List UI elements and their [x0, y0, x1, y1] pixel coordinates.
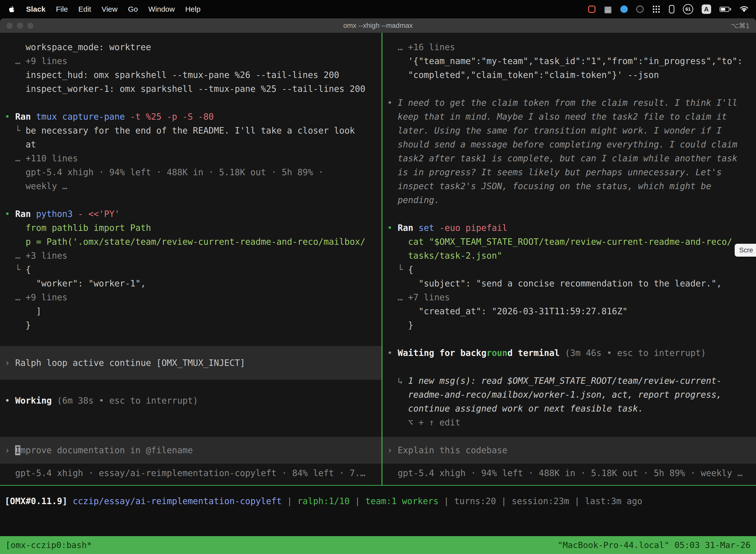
- menu-item-go[interactable]: Go: [123, 5, 143, 13]
- text-segment: at: [5, 140, 36, 150]
- text-segment: •: [387, 98, 397, 108]
- terminal-line: └ be necessary for the end of the README…: [0, 124, 381, 137]
- launchpad-dots-icon[interactable]: [652, 5, 660, 13]
- text-segment: should send a message before completing …: [387, 140, 737, 150]
- text-segment: ›: [5, 445, 15, 455]
- text-segment: I need to get the claim token from the c…: [397, 98, 737, 108]
- text-segment: 1 new msg(s): read $OMX_TEAM_STATE_ROOT/…: [408, 376, 721, 386]
- menu-item-window[interactable]: Window: [143, 5, 180, 13]
- status-segment: |: [496, 496, 512, 506]
- terminal-line: keep that in mind. Maybe I also need the…: [382, 110, 756, 124]
- terminal-line: readme-and-reco/mailbox/worker-1.json, a…: [382, 388, 756, 402]
- text-segment: •: [5, 396, 15, 405]
- title-bar[interactable]: omx --xhigh --madmax ⌥⌘1: [0, 18, 756, 33]
- menu-item-edit[interactable]: Edit: [73, 5, 97, 13]
- ralph-loop-banner[interactable]: › Ralph loop active continue [OMX_TMUX_I…: [0, 346, 381, 380]
- terminal-line: … +9 lines: [0, 54, 381, 68]
- status-segment: last:3m ago: [585, 496, 642, 506]
- text-segment: '{"team_name":"my-team","task_id":"1","f…: [387, 56, 743, 66]
- terminal-line: from pathlib import Path: [0, 221, 381, 235]
- terminal-line: … +7 lines: [382, 290, 756, 304]
- text-segment: … +9 lines: [5, 56, 67, 66]
- blank-line: [0, 193, 381, 207]
- pane-bottom-group: › Improve documentation in @filename gpt…: [0, 437, 381, 485]
- text-segment: inspect_hud: omx sparkshell --tmux-pane …: [5, 70, 339, 80]
- text-segment: •: [5, 112, 15, 122]
- text-segment: be necessary for the end of the README. …: [25, 126, 355, 135]
- screenshot-overlay-button[interactable]: Scre: [735, 244, 756, 257]
- zoom-button[interactable]: [27, 22, 34, 29]
- text-segment: set: [419, 223, 434, 233]
- terminal-line: }: [0, 318, 381, 332]
- prompt-input-left[interactable]: › Improve documentation in @filename: [0, 437, 381, 464]
- text-segment: Ran: [397, 223, 419, 233]
- tmux-status-bar: [omx-cczip0:bash* "MacBook-Pro-44.local"…: [0, 536, 756, 554]
- battery-icon[interactable]: [719, 7, 731, 12]
- text-segment: "created_at": "2026-03-31T11:59:27.816Z": [387, 306, 628, 316]
- terminal-line: "subject": "send a concise recommendatio…: [382, 277, 756, 290]
- text-segment: }: [5, 320, 31, 330]
- new-message-notice: ↳ 1 new msg(s): read $OMX_TEAM_STATE_ROO…: [382, 374, 756, 388]
- terminal-line: }: [382, 318, 756, 332]
- text-segment: - <<'PY': [73, 209, 120, 219]
- status-segment: |: [569, 496, 585, 506]
- terminal-line: … +16 lines: [382, 40, 756, 54]
- ran-set-command: • Ran set -euo pipefail: [382, 221, 756, 235]
- text-segment: ⌥ + ↑ edit: [387, 418, 460, 428]
- status-segment: |: [282, 496, 297, 506]
- percent-badge-icon[interactable]: 61: [683, 4, 693, 14]
- menu-item-file[interactable]: File: [51, 5, 73, 13]
- wifi-icon[interactable]: [740, 6, 749, 13]
- status-segment: team:1 workers: [365, 496, 439, 506]
- terminal-line: tasks/task-2.json": [382, 249, 756, 263]
- text-segment: … +7 lines: [387, 292, 450, 302]
- ran-python-command: • Ran python3 - <<'PY': [0, 207, 381, 221]
- prompt-text: › Explain this codebase: [382, 443, 756, 457]
- text-segment: Ralph loop active continue [OMX_TMUX_INJ…: [15, 358, 245, 368]
- prompt-input-right[interactable]: › Explain this codebase: [382, 437, 756, 464]
- terminal-line: gpt-5.4 xhigh · 94% left · 488K in · 5.1…: [0, 165, 381, 179]
- close-button[interactable]: [6, 22, 13, 29]
- text-segment: ]: [5, 306, 42, 316]
- blue-app-icon[interactable]: [620, 5, 628, 13]
- tmux-pane-right[interactable]: … +16 lines '{"team_name":"my-team","tas…: [382, 33, 756, 485]
- text-segment: (3m 46s • esc to interrupt): [560, 348, 706, 358]
- prompt-text: › Ralph loop active continue [OMX_TMUX_I…: [0, 356, 381, 370]
- terminal-line: task2 after task1 is complete, but can I…: [382, 151, 756, 165]
- ghost-app-icon[interactable]: [669, 5, 674, 13]
- thinking-text: • I need to get the claim token from the…: [382, 96, 756, 110]
- tmux-pane-bottom[interactable]: [OMX#0.11.9] cczip/essay/ai-reimplementa…: [0, 486, 756, 536]
- text-segment: later. Using the same for transition mig…: [387, 126, 722, 135]
- text-segment: inspect task2's JSON, focusing on the st…: [387, 181, 711, 191]
- terminal-line: p = Path('.omx/state/team/review-current…: [0, 235, 381, 249]
- menu-item-help[interactable]: Help: [180, 5, 206, 13]
- dark-app-icon[interactable]: [636, 5, 644, 13]
- tmux-pane-left[interactable]: workspace_mode: worktree … +9 lines insp…: [0, 33, 381, 485]
- blank-line: [382, 82, 756, 96]
- text-segment: {: [25, 265, 31, 275]
- menu-item-view[interactable]: View: [96, 5, 123, 13]
- text-segment: is in progress? It seems likely but perh…: [387, 167, 722, 177]
- text-segment: •: [387, 223, 397, 233]
- tmux-panes: workspace_mode: worktree … +9 lines insp…: [0, 33, 756, 485]
- apple-menu-icon[interactable]: [9, 6, 14, 13]
- input-source-icon[interactable]: A: [702, 4, 711, 14]
- tmux-session-label: [omx-cczip0:bash*: [5, 540, 92, 550]
- terminal-window: omx --xhigh --madmax ⌥⌘1 workspace_mode:…: [0, 18, 756, 554]
- text-segment: … +3 lines: [5, 251, 67, 261]
- grid-app-icon[interactable]: ▦: [604, 5, 612, 13]
- terminal-line: "created_at": "2026-03-31T11:59:27.816Z": [382, 304, 756, 318]
- screen-recording-icon[interactable]: [588, 5, 595, 13]
- menu-item-slack[interactable]: Slack: [21, 5, 51, 13]
- text-segment: readme-and-reco/mailbox/worker-1.json, a…: [387, 390, 722, 400]
- blank-line: [382, 332, 756, 346]
- text-segment: {: [408, 265, 413, 275]
- terminal-line: should send a message before completing …: [382, 137, 756, 151]
- prompt-text: › Improve documentation in @filename: [0, 443, 381, 457]
- text-segment: "completed","claim_token":"claim-token"}…: [387, 70, 659, 80]
- text-segment: task2 after task1 is complete, but can I…: [387, 153, 737, 163]
- text-segment: -t %25 -p -S -80: [125, 112, 214, 122]
- terminal-line: └ {: [382, 263, 756, 277]
- minimize-button[interactable]: [17, 22, 23, 29]
- text-segment: •: [387, 348, 397, 358]
